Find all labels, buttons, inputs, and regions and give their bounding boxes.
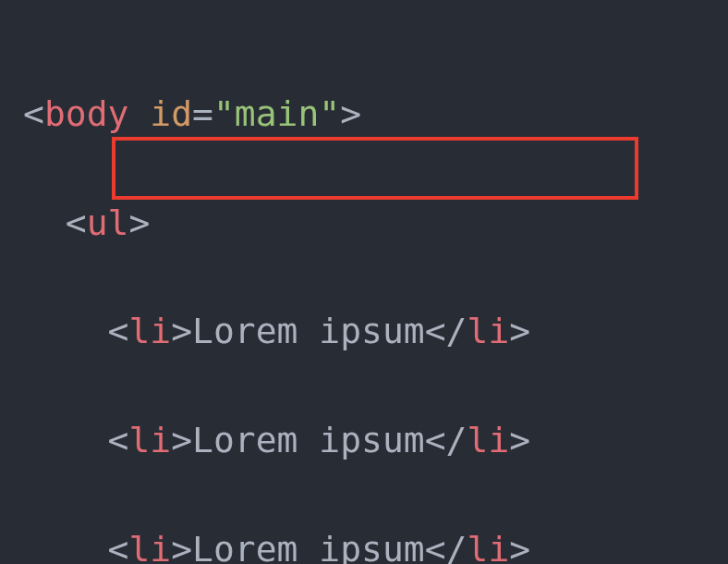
angle-bracket: > [171,311,192,351]
indent [23,202,66,243]
angle-bracket: > [340,93,361,134]
indent [23,311,108,351]
tag-name: li [467,420,510,460]
angle-bracket: < [66,202,87,243]
angle-bracket: < [108,311,129,351]
attribute-name: id [150,93,192,134]
tag-name: body [44,93,129,134]
angle-bracket: < [23,93,44,134]
text-content: Lorem ipsum [192,420,425,460]
text-content: Lorem ipsum [192,529,425,564]
tag-name: li [467,529,510,564]
tag-name: ul [87,202,129,243]
angle-bracket: > [171,420,192,460]
space [128,93,150,134]
angle-bracket: > [509,311,530,351]
code-line-3: <li>Lorem ipsum</li> [23,304,705,359]
indent [23,420,108,460]
code-line-2: <ul> [23,196,705,251]
angle-bracket: < [108,529,129,564]
tag-name: li [128,311,171,351]
code-line-4: <li>Lorem ipsum</li> [23,413,705,468]
code-line-1: <body id="main"> [23,87,705,141]
code-line-5: <li>Lorem ipsum</li> [23,522,705,564]
string-value: main [235,93,320,134]
text-content: Lorem ipsum [192,311,425,351]
angle-bracket: > [171,529,192,564]
tag-name: li [128,529,171,564]
string-quote: " [319,93,340,134]
angle-bracket: </ [425,420,467,460]
string-quote: " [213,93,235,134]
angle-bracket: > [509,529,530,564]
angle-bracket: > [509,420,530,460]
indent [23,529,108,564]
tag-name: li [128,420,171,460]
angle-bracket: > [128,202,150,243]
angle-bracket: < [108,420,129,460]
tag-name: li [467,311,510,351]
equals-sign: = [192,93,213,134]
code-block: <body id="main"> <ul> <li>Lorem ipsum</l… [23,32,705,564]
angle-bracket: </ [425,311,467,351]
angle-bracket: </ [425,529,467,564]
